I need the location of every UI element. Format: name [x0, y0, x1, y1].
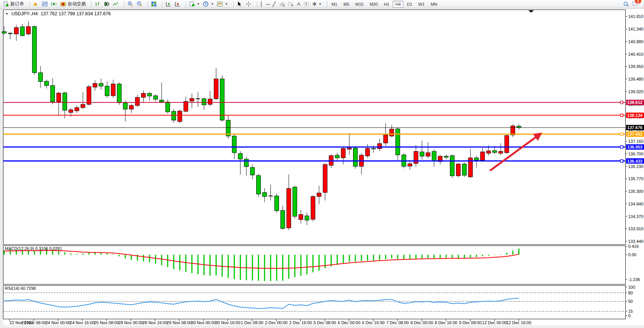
- candle-body: [123, 103, 127, 109]
- toolbar: 新订单 ◆ 自动交易 ▼ ▼: [0, 0, 644, 8]
- bar-chart-button[interactable]: [93, 0, 102, 8]
- tile-windows-button[interactable]: [149, 0, 158, 8]
- chevron-down-icon[interactable]: ▼: [5, 12, 8, 16]
- x-axis-tick-label: 24 Nov 00:00: [45, 320, 70, 325]
- macd-histogram-bar: [82, 254, 84, 255]
- rsi-scale-label: 100: [628, 285, 635, 289]
- new-chart-button[interactable]: ▼: [187, 0, 201, 8]
- vertical-line-button[interactable]: │: [259, 0, 265, 8]
- template-button[interactable]: ▼: [215, 0, 230, 8]
- channel-button[interactable]: E: [277, 0, 286, 8]
- period-button[interactable]: ▼: [201, 0, 215, 8]
- candle-body: [462, 164, 466, 175]
- zoom-out-icon: [136, 1, 142, 7]
- current-price-label: 137.676: [627, 125, 642, 130]
- candle-body: [251, 168, 255, 175]
- price-line-anchor[interactable]: [620, 101, 623, 104]
- signals-button[interactable]: [49, 0, 58, 8]
- tf-button-M1[interactable]: M1: [329, 1, 340, 8]
- candle-body: [517, 126, 521, 128]
- macd-histogram-bar: [58, 251, 59, 255]
- candle-body: [371, 149, 376, 149]
- rsi-scale-label: 15: [628, 309, 633, 313]
- candlestick-chart-button[interactable]: [102, 0, 111, 8]
- candle-body: [456, 164, 461, 176]
- rsi-pane[interactable]: [3, 286, 626, 319]
- svg-text:E: E: [283, 4, 285, 7]
- text-button[interactable]: A: [296, 0, 302, 8]
- trendline-button[interactable]: ╱: [271, 0, 277, 8]
- tf-button-MN[interactable]: MN: [428, 1, 440, 8]
- candle-body: [178, 111, 182, 121]
- candle-body: [408, 164, 412, 166]
- macd-scale-label: 0.00: [628, 252, 636, 257]
- x-axis-tick-label: 28 Nov 16:00: [143, 320, 167, 325]
- macd-histogram-bar: [198, 255, 199, 274]
- macd-histogram-bar: [440, 255, 441, 258]
- x-axis-tick-label: 29 Nov 08:00: [167, 320, 191, 325]
- price-line-anchor[interactable]: [620, 160, 623, 162]
- arrows-button[interactable]: ✥▼: [311, 0, 323, 8]
- candle-body: [26, 26, 31, 34]
- x-axis-tick-label: 9 Dec 08:00: [459, 320, 482, 325]
- bar-chart-icon: [94, 1, 100, 7]
- time-axis[interactable]: 22 Nov 202223 Nov 08:0024 Nov 00:0024 No…: [10, 319, 531, 325]
- candle: [220, 75, 224, 122]
- macd-histogram-bar: [222, 255, 223, 277]
- price-line-anchor[interactable]: [620, 133, 623, 136]
- macd-histogram-bar: [258, 255, 259, 281]
- tf-button-M15[interactable]: M15: [353, 1, 366, 8]
- tf-button-M30[interactable]: M30: [367, 1, 380, 8]
- tf-button-H4[interactable]: H4: [393, 1, 403, 8]
- chat-button[interactable]: 1: [632, 0, 639, 8]
- candle-body: [305, 216, 309, 220]
- autotrade-button[interactable]: 自动交易: [58, 0, 87, 8]
- tf-button-W1[interactable]: W1: [416, 1, 427, 8]
- x-axis-tick-label: 8 Dec 00:00: [411, 320, 433, 325]
- macd-histogram-bar: [76, 254, 77, 255]
- chart-canvas[interactable]: 141.810141.340140.880140.410139.950139.4…: [0, 0, 644, 328]
- cursor-button[interactable]: [235, 0, 244, 8]
- crosshair-button[interactable]: [244, 0, 253, 8]
- candle-body: [135, 97, 140, 105]
- gold-button[interactable]: ◆: [31, 0, 40, 8]
- fibonacci-button[interactable]: F: [286, 0, 296, 8]
- svg-text:T: T: [305, 2, 308, 6]
- search-icon[interactable]: [623, 1, 629, 7]
- macd-histogram-bar: [179, 255, 180, 270]
- chart-ohlc-values: 137.762 137.798 137.634 137.676: [41, 11, 111, 16]
- macd-histogram-bar: [300, 255, 302, 276]
- candle-body: [2, 32, 6, 33]
- horizontal-line-button[interactable]: ─: [265, 0, 271, 8]
- charts-window-button[interactable]: [40, 0, 49, 8]
- zoom-out-button[interactable]: [135, 0, 144, 8]
- chart-shift-button[interactable]: [173, 0, 182, 8]
- autotrade-icon: [60, 1, 66, 7]
- macd-histogram-bar: [307, 255, 308, 275]
- x-axis-tick-label: 6 Dec 00:00: [338, 320, 360, 325]
- line-chart-button[interactable]: [111, 0, 120, 8]
- price-line-anchor[interactable]: [620, 114, 623, 116]
- y-axis-tick-label: 137.160: [628, 139, 644, 144]
- tf-button-M5[interactable]: M5: [341, 1, 352, 8]
- macd-histogram-bar: [312, 255, 313, 272]
- x-axis-tick-label: 7 Dec 08:00: [386, 320, 409, 325]
- y-axis-tick-label: 133.910: [628, 226, 644, 231]
- auto-scroll-button[interactable]: [164, 0, 173, 8]
- candle-body: [293, 187, 297, 217]
- tf-button-H1[interactable]: H1: [381, 1, 392, 8]
- macd-pane[interactable]: [3, 246, 626, 284]
- clock-icon: [203, 1, 209, 7]
- price-line-label: 138.134: [627, 113, 643, 118]
- tf-button-D1[interactable]: D1: [404, 1, 415, 8]
- zoom-in-button[interactable]: [125, 0, 135, 8]
- candle-body: [184, 102, 188, 111]
- candle-body: [505, 136, 509, 153]
- macd-histogram-bar: [34, 251, 35, 255]
- candle-body: [487, 151, 491, 153]
- x-axis-tick-label: 2 Dec 00:00: [265, 320, 287, 325]
- macd-histogram-bar: [373, 255, 374, 260]
- new-order-button[interactable]: 新订单: [1, 0, 26, 8]
- price-line-anchor[interactable]: [620, 145, 623, 148]
- text-label-button[interactable]: T: [302, 0, 311, 8]
